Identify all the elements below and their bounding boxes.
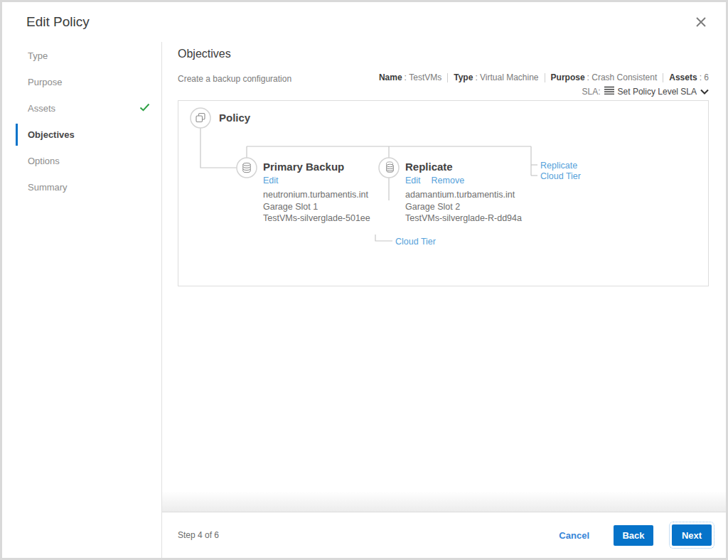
edit-policy-dialog: Edit Policy Type Purpose Assets Objectiv… (0, 0, 728, 560)
add-replicate-link[interactable]: Replicate (540, 161, 577, 171)
policy-node-label: Policy (219, 112, 250, 124)
storage-target: TestVMs-silverglade-R-dd94a (405, 212, 540, 225)
policy-objectives-diagram: Policy Primary Backup Edit neutronium.tu… (178, 100, 709, 286)
storage-target: TestVMs-silverglade-501ee (263, 212, 398, 225)
sla-selected-value: Set Policy Level SLA (618, 87, 697, 97)
sidebar-item-type[interactable]: Type (2, 43, 161, 69)
sidebar-item-label: Assets (28, 103, 55, 114)
main-content: Objectives Create a backup configuration… (162, 42, 726, 558)
sidebar-item-label: Type (28, 50, 48, 61)
sidebar-item-label: Summary (28, 182, 68, 193)
sla-dropdown[interactable]: SLA: Set Policy Level SLA (379, 86, 709, 97)
storage-host: adamantium.turbamentis.int (405, 189, 540, 201)
back-button[interactable]: Back (614, 525, 653, 546)
list-icon (604, 86, 614, 97)
separator (663, 73, 663, 82)
separator (545, 73, 545, 82)
storage-unit: Garage Slot 1 (263, 201, 398, 213)
replicate-remove-link[interactable]: Remove (432, 176, 465, 185)
sidebar-item-objectives[interactable]: Objectives (2, 122, 161, 148)
replicate-cloud-tier-link[interactable]: Cloud Tier (395, 237, 436, 247)
content-spacer (162, 286, 726, 491)
stage-primary-backup: Primary Backup Edit neutronium.turbament… (263, 161, 398, 225)
sidebar-item-options[interactable]: Options (2, 148, 161, 174)
stage-title: Primary Backup (263, 161, 398, 173)
stage-details: adamantium.turbamentis.int Garage Slot 2… (405, 189, 540, 225)
primary-backup-edit-link[interactable]: Edit (263, 176, 279, 185)
stage-details: neutronium.turbamentis.int Garage Slot 1… (263, 189, 398, 225)
storage-unit: Garage Slot 2 (405, 201, 540, 213)
next-button[interactable]: Next (672, 524, 712, 546)
page-title: Objectives (178, 48, 709, 60)
sidebar-item-summary[interactable]: Summary (2, 174, 161, 200)
step-indicator: Step 4 of 6 (178, 530, 219, 540)
sidebar-item-assets[interactable]: Assets (2, 95, 161, 122)
separator (447, 73, 448, 82)
policy-summary-bar: Create a backup configuration Name: Test… (162, 60, 726, 97)
sidebar-item-label: Purpose (28, 77, 62, 87)
policy-attributes: Name: TestVMs Type: Virtual Machine Purp… (379, 72, 709, 82)
sidebar-item-label: Options (28, 156, 60, 166)
wizard-steps-sidebar: Type Purpose Assets Objectives Options S… (2, 42, 162, 558)
storage-host: neutronium.turbamentis.int (263, 189, 398, 201)
dialog-header: Edit Policy (2, 2, 726, 42)
check-icon (139, 103, 150, 114)
page-subtitle: Create a backup configuration (178, 72, 291, 84)
attr-type: Type: Virtual Machine (454, 72, 538, 82)
wizard-footer: Step 4 of 6 Cancel Back Next (162, 512, 726, 558)
attr-purpose: Purpose: Crash Consistent (551, 72, 658, 82)
stage-title: Replicate (405, 161, 540, 173)
replicate-edit-link[interactable]: Edit (405, 176, 421, 185)
add-cloud-tier-link[interactable]: Cloud Tier (540, 171, 581, 181)
cancel-button[interactable]: Cancel (559, 530, 589, 541)
sidebar-item-purpose[interactable]: Purpose (2, 69, 161, 95)
chevron-down-icon (700, 87, 709, 97)
sla-label: SLA: (582, 87, 601, 97)
attr-assets: Assets: 6 (669, 72, 709, 82)
close-icon[interactable] (692, 13, 710, 31)
active-step-indicator (16, 124, 18, 146)
sidebar-item-label: Objectives (28, 129, 75, 140)
stage-replicate: Replicate Edit Remove adamantium.turbame… (405, 161, 540, 225)
dialog-title: Edit Policy (26, 14, 90, 30)
footer-shadow (162, 491, 726, 512)
attr-name: Name: TestVMs (379, 72, 441, 82)
